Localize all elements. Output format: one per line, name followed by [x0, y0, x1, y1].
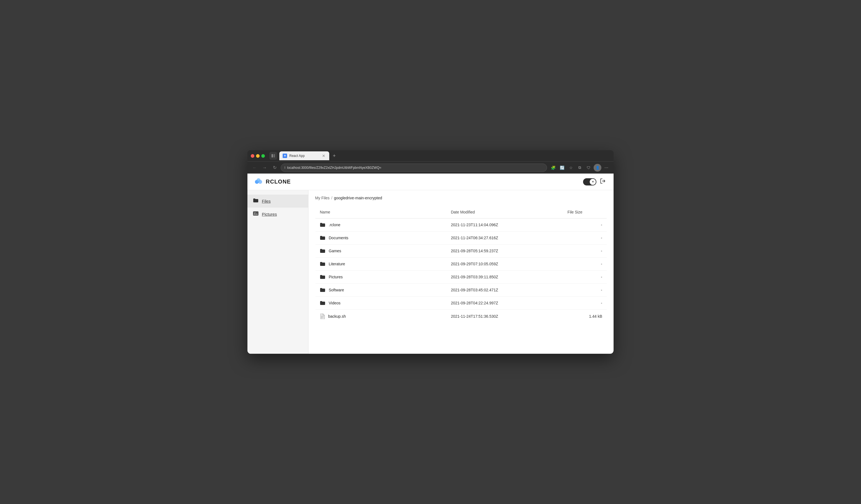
new-tab-button[interactable]: + [330, 152, 338, 160]
active-tab[interactable]: ⚛ React App ✕ [279, 151, 329, 160]
breadcrumb-current: googledrive-main-encrypted [334, 196, 382, 200]
table-row[interactable]: Videos 2021-09-28T04:22:24.997Z - [315, 297, 607, 310]
app-header: RCLONE ☀ [247, 173, 614, 190]
file-name: Games [329, 249, 341, 253]
breadcrumb-root[interactable]: My Files [315, 196, 329, 200]
table-row[interactable]: Pictures 2021-09-28T03:39:11.850Z - [315, 270, 607, 284]
sidebar-pictures-label: Pictures [262, 212, 277, 216]
table-body: .rclone 2021-11-23T11:14:04.096Z - Docum… [315, 219, 607, 323]
folder-icon [320, 300, 325, 306]
cell-name: Literature [315, 257, 447, 270]
menu-button[interactable]: ⋯ [602, 164, 610, 172]
cell-size: - [563, 244, 607, 257]
file-name: Videos [329, 301, 341, 305]
folder-icon [320, 222, 325, 227]
table-header: Name Date Modified File Size [315, 206, 607, 219]
close-button[interactable] [251, 154, 254, 158]
cell-size: 1.44 kB [563, 310, 607, 323]
sidebar-toggle-button[interactable] [269, 152, 277, 160]
file-name: Documents [329, 236, 348, 240]
tab-title: React App [289, 154, 304, 158]
cell-date: 2021-09-28T05:14:59.237Z [446, 244, 563, 257]
app-content: RCLONE ☀ [247, 173, 614, 354]
folder-icon [320, 262, 325, 266]
table-row[interactable]: Software 2021-09-28T03:45:02.471Z - [315, 284, 607, 297]
cell-date: 2021-11-24T17:51:36.530Z [446, 310, 563, 323]
profile-button[interactable]: 👤 [593, 164, 601, 172]
cell-size: - [563, 270, 607, 284]
file-name: Software [329, 288, 344, 292]
svg-point-4 [257, 178, 260, 182]
svg-point-7 [254, 212, 256, 213]
title-bar: ⚛ React App ✕ + [247, 150, 614, 162]
cell-size: - [563, 297, 607, 310]
table-row[interactable]: Documents 2021-11-24T06:34:27.616Z - [315, 232, 607, 244]
breadcrumb: My Files / googledrive-main-encrypted [315, 196, 607, 200]
cell-date: 2021-09-28T03:45:02.471Z [446, 284, 563, 297]
cell-date: 2021-09-29T07:10:05.059Z [446, 257, 563, 270]
cell-name: Videos [315, 297, 447, 310]
sidebar-files-label: Files [262, 199, 271, 204]
svg-rect-0 [272, 154, 273, 157]
cell-name: .rclone [315, 219, 447, 232]
url-bar[interactable]: ℹ localhost:3000/files/Z29vZ2xlZHJpdmUtb… [281, 164, 547, 172]
file-name: .rclone [329, 223, 340, 227]
cell-name: Games [315, 244, 447, 257]
tab-favicon: ⚛ [283, 154, 287, 158]
refresh-button[interactable]: ↻ [271, 164, 278, 172]
file-icon [320, 313, 325, 319]
theme-toggle-button[interactable]: ☀ [583, 178, 596, 185]
folder-icon [320, 275, 325, 279]
file-name: Pictures [329, 275, 343, 279]
theme-icon: ☀ [592, 180, 594, 183]
cell-date: 2021-09-28T04:22:24.997Z [446, 297, 563, 310]
folder-icon [320, 235, 325, 240]
browser-window: ⚛ React App ✕ + ← → ↻ ℹ localhost:3000/f… [247, 150, 614, 354]
back-button[interactable]: ← [251, 164, 259, 172]
table-row[interactable]: backup.sh 2021-11-24T17:51:36.530Z 1.44 … [315, 310, 607, 323]
logo-icon [254, 178, 263, 186]
file-table: Name Date Modified File Size .rclone 202… [315, 206, 607, 323]
svg-rect-1 [273, 154, 275, 157]
cell-size: - [563, 232, 607, 244]
cell-date: 2021-11-24T06:34:27.616Z [446, 232, 563, 244]
minimize-button[interactable] [256, 154, 260, 158]
lock-icon: ℹ [284, 166, 285, 169]
col-header-size: File Size [563, 206, 607, 219]
sidebar-item-files[interactable]: Files [247, 195, 308, 208]
folder-icon [320, 288, 325, 293]
cell-name: Documents [315, 232, 447, 244]
shield-button[interactable]: 🛡 [585, 164, 592, 172]
extensions-button[interactable]: 🧩 [549, 164, 557, 172]
header-actions: ☀ [583, 177, 607, 186]
url-text: localhost:3000/files/Z29vZ2xlZHJpdmUtbWF… [287, 166, 381, 170]
cell-size: - [563, 284, 607, 297]
col-header-date: Date Modified [446, 206, 563, 219]
file-browser: My Files / googledrive-main-encrypted Na… [309, 190, 614, 354]
forward-button[interactable]: → [261, 164, 269, 172]
favorites-button[interactable]: ☆ [567, 164, 575, 172]
sidebar-item-pictures[interactable]: Pictures [247, 208, 308, 221]
maximize-button[interactable] [261, 154, 265, 158]
traffic-lights [251, 154, 265, 158]
table-row[interactable]: Games 2021-09-28T05:14:59.237Z - [315, 244, 607, 257]
address-bar: ← → ↻ ℹ localhost:3000/files/Z29vZ2xlZHJ… [247, 162, 614, 173]
refresh-extensions-button[interactable]: 🔄 [558, 164, 566, 172]
tab-close-button[interactable]: ✕ [322, 154, 326, 158]
table-row[interactable]: Literature 2021-09-29T07:10:05.059Z - [315, 257, 607, 270]
pictures-icon [253, 211, 259, 218]
files-icon [253, 198, 259, 204]
cell-size: - [563, 219, 607, 232]
toolbar-icons: 🧩 🔄 ☆ ⧉ 🛡 👤 ⋯ [549, 164, 610, 172]
logout-button[interactable] [599, 177, 607, 186]
file-name: Literature [329, 262, 345, 266]
logo-text: RCLONE [266, 179, 291, 185]
file-name: backup.sh [328, 314, 346, 319]
cell-date: 2021-09-28T03:39:11.850Z [446, 270, 563, 284]
cell-size: - [563, 257, 607, 270]
table-row[interactable]: .rclone 2021-11-23T11:14:04.096Z - [315, 219, 607, 232]
split-view-button[interactable]: ⧉ [576, 164, 584, 172]
folder-icon [320, 248, 325, 253]
tabs-area: ⚛ React App ✕ + [279, 151, 610, 160]
cell-name: backup.sh [315, 310, 447, 323]
